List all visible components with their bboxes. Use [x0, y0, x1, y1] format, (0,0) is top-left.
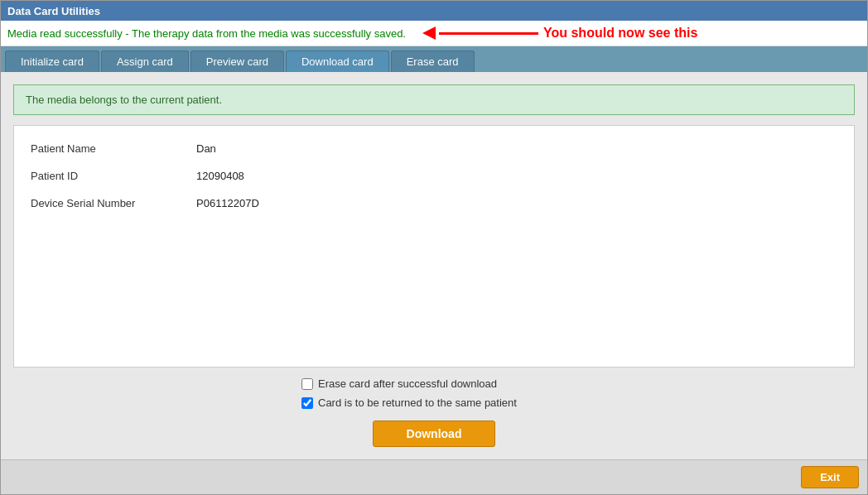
return-option-row: Card is to be returned to the same patie… [301, 396, 567, 409]
content-area: The media belongs to the current patient… [1, 72, 867, 459]
success-banner: Media read successfully - The therapy da… [1, 21, 867, 46]
info-box: The media belongs to the current patient… [13, 84, 855, 115]
return-label[interactable]: Card is to be returned to the same patie… [318, 396, 517, 409]
tab-download-card[interactable]: Download card [286, 50, 389, 72]
patient-serial-row: Device Serial Number P06112207D [31, 197, 837, 209]
patient-serial-label: Device Serial Number [31, 197, 196, 209]
download-button[interactable]: Download [373, 421, 496, 447]
return-checkbox[interactable] [301, 397, 313, 409]
success-text: Media read successfully - The therapy da… [7, 27, 406, 40]
options-area: Erase card after successful download Car… [13, 377, 855, 447]
main-window: Data Card Utilities Media read successfu… [0, 0, 868, 495]
arrow-annotation: You should now see this [422, 26, 697, 41]
erase-label[interactable]: Erase card after successful download [318, 377, 497, 390]
title-bar: Data Card Utilities [1, 1, 867, 21]
patient-id-row: Patient ID 12090408 [31, 170, 837, 182]
patient-name-row: Patient Name Dan [31, 142, 837, 155]
arrow-head-icon [422, 26, 436, 40]
tab-erase-card[interactable]: Erase card [391, 50, 475, 72]
tab-preview-card[interactable]: Preview card [190, 50, 284, 72]
patient-name-label: Patient Name [31, 142, 196, 155]
info-box-text: The media belongs to the current patient… [26, 94, 222, 106]
erase-checkbox[interactable] [301, 378, 313, 390]
tab-assign-card[interactable]: Assign card [101, 50, 189, 72]
patient-serial-value: P06112207D [196, 197, 259, 209]
exit-button[interactable]: Exit [801, 466, 859, 488]
annotation-text: You should now see this [543, 26, 697, 41]
patient-info-box: Patient Name Dan Patient ID 12090408 Dev… [13, 125, 855, 368]
bottom-bar: Exit [1, 459, 867, 494]
arrow-line-icon [439, 32, 538, 35]
tab-bar: Initialize card Assign card Preview card… [1, 46, 867, 72]
window-title: Data Card Utilities [7, 5, 100, 17]
patient-name-value: Dan [196, 142, 216, 155]
patient-id-value: 12090408 [196, 170, 244, 182]
tab-initialize-card[interactable]: Initialize card [5, 50, 99, 72]
patient-id-label: Patient ID [31, 170, 196, 182]
erase-option-row: Erase card after successful download [301, 377, 567, 390]
